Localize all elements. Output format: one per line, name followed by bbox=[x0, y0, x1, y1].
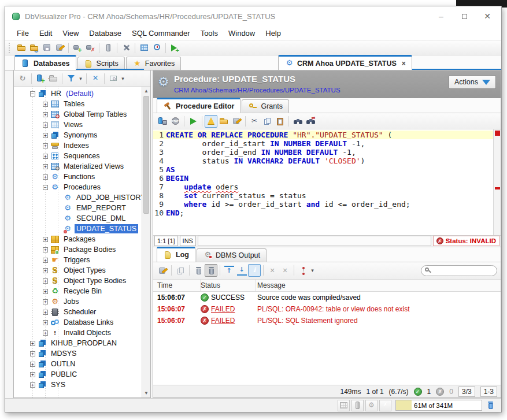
expand-toggle-icon[interactable]: + bbox=[43, 247, 48, 252]
save-as-button[interactable] bbox=[53, 42, 66, 54]
scroll-to-top-button[interactable]: ↑ bbox=[223, 264, 235, 277]
code-line-9[interactable]: 9 where id >= order_id_start and id <= o… bbox=[153, 200, 493, 209]
tree-item-jobs[interactable]: +⚙Jobs bbox=[14, 296, 142, 307]
actions-button[interactable]: Actions bbox=[449, 75, 496, 89]
database-connection-button[interactable] bbox=[102, 42, 114, 54]
copy-button[interactable] bbox=[174, 264, 187, 277]
tree-item-scheduler[interactable]: +Scheduler bbox=[14, 307, 142, 317]
tree-item-mdsys[interactable]: +MDSYS bbox=[14, 348, 142, 359]
tree-item-database-links[interactable]: +Database Links bbox=[14, 317, 142, 328]
tree-item-functions[interactable]: +⚙Functions bbox=[14, 172, 142, 182]
clear-log-button[interactable] bbox=[192, 264, 205, 277]
tab-grants[interactable]: Grants bbox=[242, 99, 289, 113]
tab-scripts[interactable]: Scripts bbox=[77, 57, 125, 70]
menu-file[interactable]: File bbox=[12, 28, 34, 39]
menu-database[interactable]: Database bbox=[84, 28, 126, 39]
expand-toggle-icon[interactable]: + bbox=[43, 174, 48, 180]
tree-item-invalid-objects[interactable]: +!Invalid Objects bbox=[14, 328, 142, 338]
tree-item-outln[interactable]: +OUTLN bbox=[14, 359, 142, 369]
tree-item-kihub_prodplan[interactable]: +KIHUB_PRODPLAN bbox=[14, 338, 142, 348]
scroll-down-arrow[interactable]: ▼ bbox=[142, 389, 150, 397]
tree-item-sequences[interactable]: +Sequences bbox=[14, 151, 142, 161]
collapse-toggle-icon[interactable]: − bbox=[30, 91, 35, 96]
expand-toggle-icon[interactable]: + bbox=[43, 320, 48, 325]
error-marker-line7[interactable] bbox=[495, 187, 500, 189]
menu-view[interactable]: View bbox=[58, 28, 83, 39]
close-button[interactable]: ✕ bbox=[476, 8, 499, 24]
error-marker-top[interactable] bbox=[495, 131, 500, 136]
collapse-toggle-icon[interactable]: − bbox=[43, 185, 48, 190]
log-row[interactable]: 15:06:07✓SUCCESSSource code was compiled… bbox=[153, 292, 501, 303]
execute-button[interactable] bbox=[187, 115, 199, 128]
expand-toggle-icon[interactable]: + bbox=[43, 102, 48, 107]
filter-button[interactable] bbox=[65, 72, 77, 85]
add-connection-button[interactable]: + bbox=[34, 72, 47, 85]
expand-toggle-icon[interactable]: + bbox=[43, 154, 48, 159]
expand-toggle-icon[interactable]: + bbox=[30, 362, 35, 367]
tab-dbms-output[interactable]: ⚙DBMS Output bbox=[197, 248, 267, 262]
paste-button[interactable] bbox=[273, 115, 286, 128]
connections-status-button[interactable] bbox=[351, 400, 364, 411]
clear-log-on-execute-button[interactable] bbox=[205, 264, 217, 277]
code-line-6[interactable]: 6BEGIN bbox=[153, 174, 493, 183]
code-line-4[interactable]: 4 status IN VARCHAR2 DEFAULT 'CLOSED') bbox=[153, 157, 493, 165]
log-row[interactable]: 15:06:07✗FAILEDPL/SQL: ORA-00942: table … bbox=[153, 303, 501, 315]
tree-item-global-temp-tables[interactable]: +Global Temp Tables bbox=[14, 109, 142, 120]
code-line-7[interactable]: 7 update oders bbox=[153, 183, 493, 191]
tree-item-hr[interactable]: −HR(Default) bbox=[14, 88, 142, 99]
menu-edit[interactable]: Edit bbox=[35, 28, 57, 39]
expand-toggle-icon[interactable]: + bbox=[30, 341, 35, 346]
add-folder-button[interactable]: + bbox=[47, 72, 60, 85]
search-window-button[interactable] bbox=[107, 72, 120, 85]
tab-procedure-editor[interactable]: Procedure Editor bbox=[157, 98, 240, 113]
row-height-button[interactable] bbox=[297, 264, 309, 277]
tree-item-object-type-bodies[interactable]: +SObject Type Bodies bbox=[14, 276, 142, 286]
collapse-rows-button[interactable]: ✕ bbox=[279, 264, 291, 277]
code-editor[interactable]: 1CREATE OR REPLACE PROCEDURE "HR"."UPDAT… bbox=[153, 129, 501, 235]
save-to-file-button[interactable] bbox=[230, 115, 243, 128]
tree-item-triggers[interactable]: +☛Triggers bbox=[14, 255, 142, 265]
code-line-2[interactable]: 2 order_id_start IN NUMBER DEFAULT -1, bbox=[153, 139, 493, 148]
log-row[interactable]: 15:06:07✗FAILEDPL/SQL: SQL Statement ign… bbox=[153, 315, 501, 326]
log-search-input[interactable] bbox=[432, 266, 497, 275]
tree-item-object-types[interactable]: +SObject Types bbox=[14, 265, 142, 276]
tab-favorites[interactable]: ★Favorites bbox=[126, 57, 181, 70]
tree-item-emp_report[interactable]: ⚙EMP_REPORT bbox=[14, 203, 142, 213]
tree-item-secure_dml[interactable]: ⚙SECURE_DML bbox=[14, 213, 142, 224]
tool-properties-button[interactable] bbox=[120, 42, 132, 54]
menu-tools[interactable]: Tools bbox=[196, 28, 223, 39]
scroll-to-bottom-button[interactable]: ↓ bbox=[235, 264, 248, 277]
scrollbar-thumb[interactable] bbox=[143, 96, 149, 214]
show-errors-button[interactable]: ! bbox=[205, 115, 217, 128]
scroll-up-arrow[interactable]: ▲ bbox=[142, 87, 150, 95]
expand-toggle-icon[interactable]: + bbox=[30, 351, 35, 356]
show-info-button[interactable]: i bbox=[248, 264, 261, 277]
tree-item-update_status[interactable]: ⚙UPDATE_STATUS bbox=[14, 224, 142, 234]
expand-toggle-icon[interactable]: + bbox=[43, 143, 48, 148]
tree-item-views[interactable]: +Views bbox=[14, 120, 142, 130]
row-height-caret-icon[interactable]: ▾ bbox=[309, 267, 316, 273]
expand-toggle-icon[interactable]: + bbox=[43, 289, 48, 294]
tab-databases[interactable]: Databases bbox=[14, 55, 76, 70]
code-line-5[interactable]: 5AS bbox=[153, 165, 493, 174]
save-button[interactable] bbox=[40, 42, 53, 54]
tree-item-sys[interactable]: +SYS bbox=[14, 380, 142, 390]
close-tab-icon[interactable]: × bbox=[402, 60, 406, 68]
find-button[interactable] bbox=[291, 115, 304, 128]
tree-scrollbar[interactable]: ▲ ▼ bbox=[142, 87, 150, 397]
load-from-file-button[interactable] bbox=[217, 115, 230, 128]
log-search-field[interactable] bbox=[421, 265, 497, 276]
code-line-10[interactable]: 10END; bbox=[153, 209, 493, 217]
connect-button[interactable]: + bbox=[71, 42, 84, 54]
cut-button[interactable]: ✂ bbox=[248, 115, 261, 128]
grid-status-button[interactable] bbox=[338, 400, 350, 411]
expand-toggle-icon[interactable]: + bbox=[43, 112, 48, 117]
tree-item-tables[interactable]: +Tables bbox=[14, 99, 142, 109]
expand-toggle-icon[interactable]: + bbox=[43, 237, 48, 242]
tree-item-recycle-bin[interactable]: +♻Recycle Bin bbox=[14, 286, 142, 296]
grid-window-button[interactable] bbox=[138, 42, 150, 54]
filter-caret-icon[interactable]: ▾ bbox=[77, 76, 84, 81]
minimize-button[interactable]: – bbox=[430, 8, 453, 24]
tab-log[interactable]: Log bbox=[157, 247, 195, 262]
expand-toggle-icon[interactable]: + bbox=[43, 310, 48, 315]
